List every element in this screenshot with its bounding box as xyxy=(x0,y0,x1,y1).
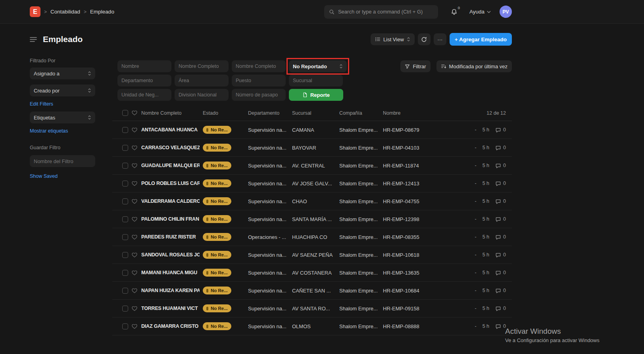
table-row[interactable]: ANTACABANA HUANCA No Re... Supervisión n… xyxy=(112,121,512,139)
comment-count[interactable]: 0 xyxy=(495,288,506,294)
like-icon[interactable] xyxy=(132,217,138,222)
breadcrumb-empleado[interactable]: Empleado xyxy=(90,9,114,15)
row-checkbox[interactable] xyxy=(122,198,128,204)
puesto-filter-input[interactable] xyxy=(232,75,286,87)
employee-name[interactable]: GUADALUPE MALQUI ER xyxy=(141,163,200,168)
header-company[interactable]: Compañía xyxy=(339,110,380,116)
employee-id[interactable]: HR-EMP-08679 xyxy=(383,127,438,133)
show-saved-link[interactable]: Show Saved xyxy=(30,173,95,179)
row-checkbox[interactable] xyxy=(122,270,128,276)
table-row[interactable]: PALOMINO CHILIN FRAN No Re... Supervisió… xyxy=(112,210,512,228)
table-row[interactable]: PAREDES RUIZ RISTER No Re... Operaciones… xyxy=(112,228,512,246)
comment-count[interactable]: 0 xyxy=(495,216,506,222)
edit-filters-link[interactable]: Edit Filters xyxy=(30,101,95,107)
comment-count[interactable]: 0 xyxy=(495,234,506,240)
employee-id[interactable]: HR-EMP-13635 xyxy=(383,270,438,276)
employee-name[interactable]: MAMANI HUANCA MIGU xyxy=(141,270,200,275)
report-button[interactable]: Reporte xyxy=(289,89,343,101)
filter-button[interactable]: Filtrar xyxy=(400,60,430,72)
filter-name-input[interactable] xyxy=(30,155,95,167)
row-checkbox[interactable] xyxy=(122,216,128,222)
employee-name[interactable]: PALOMINO CHILIN FRAN xyxy=(141,216,200,222)
comment-count[interactable]: 0 xyxy=(495,198,506,204)
header-department[interactable]: Departamento xyxy=(248,110,289,116)
assigned-to-dropdown[interactable]: Asignado a xyxy=(30,67,95,79)
sucursal-filter-input[interactable] xyxy=(289,75,343,87)
employee-id[interactable]: HR-EMP-10684 xyxy=(383,288,438,294)
employee-id[interactable]: HR-EMP-09158 xyxy=(383,306,438,312)
breadcrumb-contabilidad[interactable]: Contabilidad xyxy=(50,9,80,15)
table-row[interactable]: NAPAN HUIZA KAREN PA No Re... Supervisió… xyxy=(112,282,512,300)
comment-count[interactable]: 0 xyxy=(495,323,506,329)
row-checkbox[interactable] xyxy=(122,145,128,151)
like-icon[interactable] xyxy=(132,181,138,186)
row-checkbox[interactable] xyxy=(122,181,128,187)
employee-name[interactable]: VALDERRAMA CALDERO xyxy=(141,198,200,204)
comment-count[interactable]: 0 xyxy=(495,306,506,312)
employee-id[interactable]: HR-EMP-10618 xyxy=(383,252,438,258)
employee-name[interactable]: DIAZ GAMARRA CRISTO xyxy=(141,323,200,329)
table-row[interactable]: MAMANI HUANCA MIGU No Re... Supervisión … xyxy=(112,264,512,282)
comment-count[interactable]: 0 xyxy=(495,127,506,133)
table-row[interactable]: POLO ROBLES LUIS CAR No Re... Supervisió… xyxy=(112,175,512,192)
tags-dropdown[interactable]: Etiquetas xyxy=(30,112,95,123)
like-icon[interactable] xyxy=(132,288,138,293)
row-checkbox[interactable] xyxy=(122,306,128,312)
view-switcher-button[interactable]: List View xyxy=(371,33,415,45)
global-search-input[interactable]: Search or type a command (Ctrl + G) xyxy=(324,5,438,19)
employee-id[interactable]: HR-EMP-11874 xyxy=(383,163,438,169)
like-icon[interactable] xyxy=(132,252,138,258)
area-filter-input[interactable] xyxy=(175,75,229,87)
add-employee-button[interactable]: + Agregar Empleado xyxy=(450,33,512,46)
numero-pasaporte-filter-input[interactable] xyxy=(232,89,286,101)
employee-id[interactable]: HR-EMP-08888 xyxy=(383,323,438,329)
like-icon[interactable] xyxy=(132,270,138,275)
comment-count[interactable]: 0 xyxy=(495,181,506,187)
employee-id[interactable]: HR-EMP-12413 xyxy=(383,181,438,187)
like-icon[interactable] xyxy=(132,199,138,204)
help-menu[interactable]: Ayuda xyxy=(469,9,491,15)
departamento-filter-input[interactable] xyxy=(117,75,171,87)
select-all-checkbox[interactable] xyxy=(122,110,128,116)
employee-name[interactable]: SANDOVAL ROSALES JO xyxy=(141,252,200,258)
app-logo[interactable]: E xyxy=(30,6,40,17)
employee-name[interactable]: ANTACABANA HUANCA xyxy=(141,127,200,133)
employee-id[interactable]: HR-EMP-12398 xyxy=(383,216,438,222)
table-row[interactable]: CARRASCO VELASQUEZ No Re... Supervisión … xyxy=(112,139,512,157)
employee-name[interactable]: PAREDES RUIZ RISTER xyxy=(141,234,200,240)
nombre-filter-input[interactable] xyxy=(117,60,171,72)
employee-name[interactable]: POLO ROBLES LUIS CAR xyxy=(141,181,200,186)
row-checkbox[interactable] xyxy=(122,323,128,329)
nombre-completo2-filter-input[interactable] xyxy=(232,60,286,72)
comment-count[interactable]: 0 xyxy=(495,163,506,169)
table-row[interactable]: DIAZ GAMARRA CRISTO No Re... Supervisión… xyxy=(112,317,512,335)
sort-button[interactable]: Modificada por última vez xyxy=(436,60,512,72)
employee-id[interactable]: HR-EMP-08355 xyxy=(383,234,438,240)
header-branch[interactable]: Sucursal xyxy=(292,110,336,116)
row-checkbox[interactable] xyxy=(122,288,128,294)
row-checkbox[interactable] xyxy=(122,163,128,169)
sidebar-toggle-icon[interactable] xyxy=(30,37,37,42)
like-icon[interactable] xyxy=(132,235,138,240)
show-tags-link[interactable]: Mostrar etiquetas xyxy=(30,128,95,134)
table-row[interactable]: SANDOVAL ROSALES JO No Re... Supervisión… xyxy=(112,246,512,264)
header-name[interactable]: Nombre xyxy=(383,110,438,116)
row-checkbox[interactable] xyxy=(122,127,128,133)
unidad-negocio-filter-input[interactable] xyxy=(117,89,171,101)
employee-id[interactable]: HR-EMP-04755 xyxy=(383,198,438,204)
user-avatar[interactable]: PV xyxy=(500,6,512,18)
row-checkbox[interactable] xyxy=(122,234,128,240)
employee-name[interactable]: NAPAN HUIZA KAREN PA xyxy=(141,288,200,293)
header-status[interactable]: Estado xyxy=(203,110,245,116)
comment-count[interactable]: 0 xyxy=(495,252,506,258)
notifications-button[interactable]: 0 xyxy=(451,8,458,15)
table-row[interactable]: VALDERRAMA CALDERO No Re... Supervisión … xyxy=(112,192,512,210)
created-by-dropdown[interactable]: Creado por xyxy=(30,85,95,96)
header-full-name[interactable]: Nombre Completo xyxy=(141,110,200,116)
like-icon[interactable] xyxy=(132,127,138,133)
comment-count[interactable]: 0 xyxy=(495,270,506,276)
like-icon[interactable] xyxy=(132,306,138,311)
like-icon[interactable] xyxy=(132,163,138,168)
status-filter-select[interactable]: No Reportado xyxy=(289,60,347,72)
like-icon[interactable] xyxy=(132,145,138,150)
